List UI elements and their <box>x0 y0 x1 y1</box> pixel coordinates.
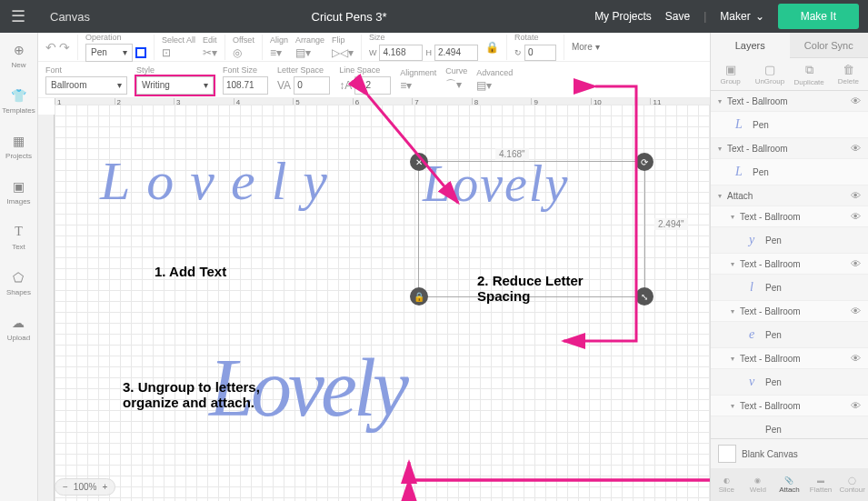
advanced-button[interactable]: ▤▾ <box>476 79 513 92</box>
font-dropdown[interactable]: Ballroom▾ <box>45 76 127 95</box>
rotate-input[interactable] <box>524 45 556 61</box>
size-label: Size <box>369 33 478 42</box>
machine-selector[interactable]: Maker ⌄ <box>720 10 763 23</box>
eye-icon[interactable]: 👁 <box>851 306 861 316</box>
fontsize-label: Font Size <box>223 65 268 75</box>
offset-label: Offset <box>233 35 254 45</box>
rail-text[interactable]: TText <box>11 224 27 251</box>
annotation-1: 1. Add Text <box>155 264 226 279</box>
tab-color-sync[interactable]: Color Sync <box>790 33 869 58</box>
undo-button[interactable]: ↶ <box>45 40 56 55</box>
ungroup-button[interactable]: ▢UnGroup <box>750 58 789 90</box>
lock-aspect-icon[interactable]: 🔒 <box>485 41 499 54</box>
style-label: Style <box>136 65 214 75</box>
plus-icon: ⊕ <box>11 42 27 58</box>
rotate-label: Rotate <box>514 33 556 42</box>
alignment-button[interactable]: ≡▾ <box>400 79 436 92</box>
more-button[interactable]: More ▾ <box>572 42 600 52</box>
offset-button[interactable]: ◎ <box>233 46 254 59</box>
eye-icon[interactable]: 👁 <box>851 258 861 269</box>
my-projects-link[interactable]: My Projects <box>594 10 652 23</box>
eye-icon[interactable]: 👁 <box>851 95 861 106</box>
layer-item[interactable]: ▾Text - Ballroom👁 <box>711 91 868 112</box>
layer-sub[interactable]: ePen <box>711 322 868 348</box>
project-title: Cricut Pens 3* <box>104 10 594 24</box>
rail-shapes[interactable]: ⬠Shapes <box>6 269 31 296</box>
linespace-icon: ↕A <box>339 79 352 92</box>
height-input[interactable] <box>434 45 478 61</box>
duplicate-button[interactable]: ⧉Duplicate <box>790 58 829 90</box>
letterspace-input[interactable] <box>294 76 330 95</box>
save-link[interactable]: Save <box>665 10 690 23</box>
attach-button[interactable]: 📎Attach <box>773 468 805 501</box>
rail-templates[interactable]: 👕Templates <box>2 87 35 115</box>
text-icon: T <box>11 224 27 240</box>
font-label: Font <box>45 65 127 75</box>
select-all-label: Select All <box>162 35 195 45</box>
advanced-label: Advanced <box>476 68 513 77</box>
rail-new[interactable]: ⊕New <box>11 42 27 69</box>
layer-item[interactable]: ▾Text - Ballroom👁 <box>711 254 868 275</box>
blank-swatch <box>718 445 736 463</box>
eye-icon[interactable]: 👁 <box>851 353 861 364</box>
blank-canvas-row[interactable]: Blank Canvas <box>711 439 868 468</box>
zoom-control[interactable]: − 100% + <box>55 478 115 496</box>
edit-label: Edit <box>203 35 217 45</box>
hamburger-menu[interactable]: ☰ <box>0 0 36 33</box>
arrange-button[interactable]: ▤▾ <box>295 46 324 59</box>
group-button[interactable]: ▣Group <box>711 58 750 90</box>
linespace-input[interactable] <box>354 76 391 95</box>
image-icon: ▣ <box>10 178 26 195</box>
tab-layers[interactable]: Layers <box>711 33 790 58</box>
linespace-label: Line Space <box>339 65 391 75</box>
annotation-2: 2. Reduce Letter Spacing <box>477 273 584 304</box>
rotate-handle[interactable]: ⟳ <box>635 153 653 171</box>
layer-sub[interactable]: yPen <box>711 227 868 254</box>
make-it-button[interactable]: Make It <box>778 4 859 29</box>
select-all-button[interactable]: ⊡ <box>162 46 195 59</box>
edit-button[interactable]: ✂▾ <box>203 46 217 59</box>
redo-button[interactable]: ↷ <box>59 40 70 55</box>
rail-images[interactable]: ▣Images <box>6 178 30 205</box>
weld-button[interactable]: ◉Weld <box>743 468 774 501</box>
width-input[interactable] <box>379 45 423 61</box>
canvas-label: Canvas <box>36 10 104 24</box>
operation-dropdown[interactable]: Pen ▾ <box>85 44 133 62</box>
layer-list: ▾Text - Ballroom👁 LPen ▾Text - Ballroom👁… <box>711 91 868 438</box>
lock-handle[interactable]: 🔒 <box>410 287 428 306</box>
layer-sub[interactable]: LPen <box>711 159 868 185</box>
dim-height: 2.494" <box>654 218 688 230</box>
layer-item[interactable]: ▾Text - Ballroom👁 <box>711 396 868 416</box>
pen-color-swatch[interactable] <box>135 47 146 58</box>
rail-upload[interactable]: ☁Upload <box>7 315 30 342</box>
eye-icon[interactable]: 👁 <box>851 143 861 154</box>
align-button[interactable]: ≡▾ <box>270 46 288 59</box>
style-dropdown[interactable]: Writing▾ <box>136 76 214 95</box>
layer-sub[interactable]: Pen <box>711 416 868 438</box>
layer-sub[interactable]: vPen <box>711 369 868 396</box>
delete-button[interactable]: 🗑Delete <box>829 58 868 90</box>
canvas[interactable]: Lovely ✕ ⟳ 🔒 ⤡ 4.168" 2.494" Lovely Love… <box>55 105 710 501</box>
flip-button[interactable]: ▷◁▾ <box>332 46 354 59</box>
eye-icon[interactable]: 👁 <box>851 190 861 201</box>
resize-handle[interactable]: ⤡ <box>635 287 653 306</box>
layer-attach[interactable]: ▾Attach👁 <box>711 185 868 206</box>
fontsize-input[interactable] <box>223 76 268 95</box>
eye-icon[interactable]: 👁 <box>851 211 861 222</box>
ruler-vertical <box>38 115 55 501</box>
layer-item[interactable]: ▾Text - Ballroom👁 <box>711 301 868 322</box>
layer-item[interactable]: ▾Text - Ballroom👁 <box>711 206 868 227</box>
eye-icon[interactable]: 👁 <box>851 400 861 411</box>
rail-projects[interactable]: ▦Projects <box>5 133 32 160</box>
layer-item[interactable]: ▾Text - Ballroom👁 <box>711 138 868 159</box>
curve-button[interactable]: ⌒▾ <box>445 77 467 93</box>
shapes-icon: ⬠ <box>10 269 26 286</box>
layer-item[interactable]: ▾Text - Ballroom👁 <box>711 348 868 369</box>
contour-button[interactable]: ◯Contour <box>836 468 868 501</box>
layer-sub[interactable]: LPen <box>711 112 868 138</box>
align-label: Align <box>270 35 288 45</box>
slice-button[interactable]: ◐Slice <box>711 468 743 501</box>
layer-sub[interactable]: lPen <box>711 275 868 301</box>
delete-handle[interactable]: ✕ <box>410 153 428 171</box>
flatten-button[interactable]: ▬Flatten <box>805 468 837 501</box>
